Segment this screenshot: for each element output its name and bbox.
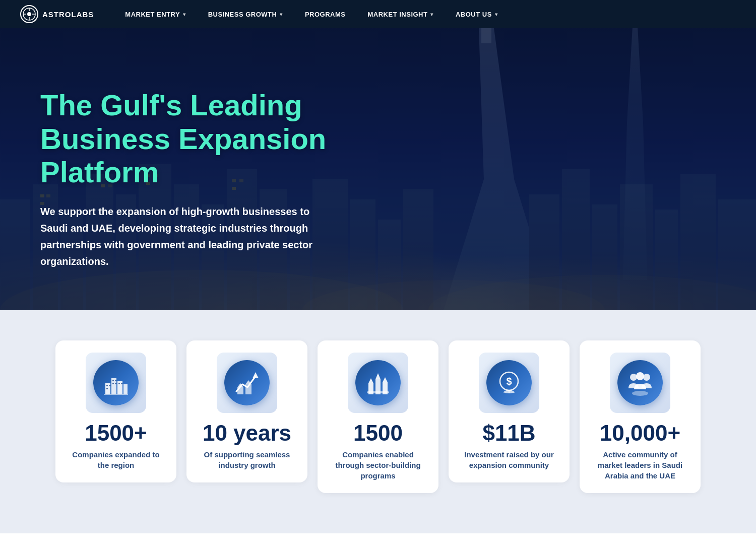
- stat-label-years: Of supporting seamless industry growth: [199, 449, 295, 470]
- svg-point-74: [630, 374, 637, 381]
- logo-icon: [20, 5, 38, 23]
- stats-section: 1500+ Companies expanded to the region 1…: [0, 310, 756, 533]
- stat-number-enabled: 1500: [353, 422, 403, 444]
- svg-rect-70: [367, 391, 389, 393]
- svg-marker-69: [383, 377, 388, 382]
- svg-rect-52: [112, 380, 114, 381]
- svg-rect-53: [115, 380, 116, 381]
- stat-icon-buildings: [93, 360, 139, 405]
- stat-icon-wrap-years: [217, 353, 277, 413]
- logo[interactable]: ASTROLABS: [20, 5, 94, 23]
- hero-content: The Gulf's Leading Business Expansion Pl…: [40, 89, 393, 270]
- stat-card-enabled: 1500 Companies enabled through sector-bu…: [318, 340, 438, 493]
- stat-icon-dollar: $: [486, 360, 532, 405]
- stat-number-companies: 1500+: [85, 422, 147, 444]
- svg-point-75: [643, 374, 650, 381]
- hero-subtitle: We support the expansion of high-growth …: [40, 203, 333, 270]
- stat-card-companies: 1500+ Companies expanded to the region: [55, 340, 176, 482]
- nav-item-about-us[interactable]: ABOUT US ▾: [445, 0, 509, 28]
- stat-icon-wrap-community: [610, 353, 670, 413]
- logo-text: ASTROLABS: [42, 10, 94, 19]
- svg-marker-59: [253, 372, 259, 378]
- svg-rect-48: [123, 384, 128, 394]
- svg-text:$: $: [506, 376, 512, 387]
- stat-number-community: 10,000+: [600, 422, 680, 444]
- svg-point-77: [632, 391, 648, 396]
- stat-icon-wrap-investment: $: [479, 353, 539, 413]
- stat-label-investment: Investment raised by our expansion commu…: [461, 449, 557, 470]
- svg-rect-54: [112, 383, 114, 384]
- chevron-down-icon: ▾: [183, 12, 186, 17]
- svg-marker-65: [368, 378, 373, 383]
- chevron-down-icon: ▾: [495, 12, 498, 17]
- stat-number-investment: $11B: [482, 422, 535, 444]
- nav-item-market-entry[interactable]: MARKET ENTRY ▾: [114, 0, 197, 28]
- stat-label-enabled: Companies enabled through sector-buildin…: [330, 449, 426, 481]
- stat-number-years: 10 years: [203, 422, 291, 444]
- stat-label-companies: Companies expanded to the region: [68, 449, 164, 470]
- nav-links: MARKET ENTRY ▾ BUSINESS GROWTH ▾ PROGRAM…: [114, 0, 736, 28]
- stat-label-community: Active community of market leaders in Sa…: [592, 449, 688, 481]
- stat-icon-growth: [224, 360, 270, 405]
- stat-card-years: 10 years Of supporting seamless industry…: [186, 340, 307, 482]
- svg-rect-49: [106, 385, 108, 386]
- svg-point-76: [636, 372, 644, 380]
- hero-title: The Gulf's Leading Business Expansion Pl…: [40, 89, 393, 189]
- svg-rect-51: [106, 388, 108, 389]
- hero-section: The Gulf's Leading Business Expansion Pl…: [0, 28, 756, 310]
- svg-rect-50: [109, 385, 110, 386]
- nav-item-programs[interactable]: PROGRAMS: [294, 0, 357, 28]
- svg-point-1: [27, 12, 31, 16]
- svg-rect-60: [237, 387, 243, 394]
- chevron-down-icon: ▾: [430, 12, 433, 17]
- nav-item-business-growth[interactable]: BUSINESS GROWTH ▾: [197, 0, 294, 28]
- nav-item-market-insight[interactable]: MARKET INSIGHT ▾: [357, 0, 445, 28]
- stat-card-community: 10,000+ Active community of market leade…: [580, 340, 701, 493]
- stat-icon-people: [617, 360, 663, 405]
- svg-rect-56: [118, 383, 120, 384]
- stat-icon-arrows: [355, 360, 401, 405]
- navigation: ASTROLABS MARKET ENTRY ▾ BUSINESS GROWTH…: [0, 0, 756, 28]
- svg-rect-55: [115, 383, 116, 384]
- svg-rect-57: [121, 383, 122, 384]
- svg-marker-67: [375, 373, 381, 379]
- chevron-down-icon: ▾: [280, 12, 283, 17]
- svg-rect-62: [245, 384, 251, 394]
- stat-icon-wrap-companies: [86, 353, 146, 413]
- stat-icon-wrap-enabled: [348, 353, 408, 413]
- stat-card-investment: $ $11B Investment raised by our expansio…: [449, 340, 570, 482]
